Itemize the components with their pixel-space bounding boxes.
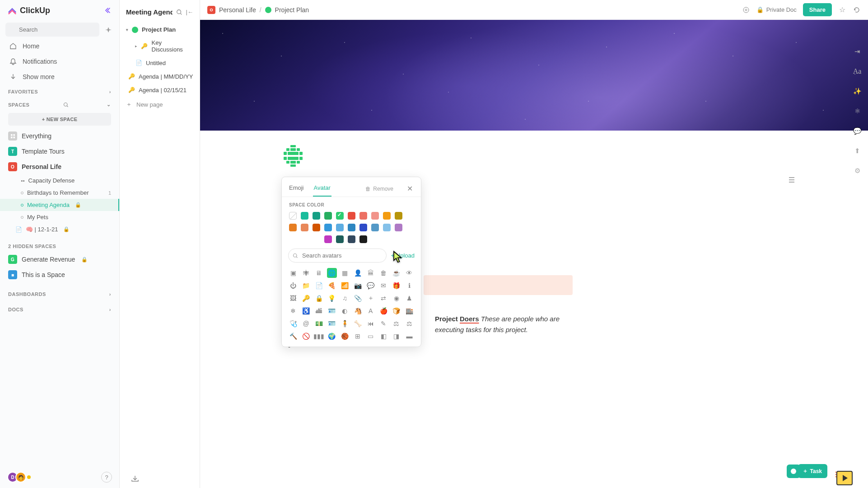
avatar-battery-half[interactable]: ◧ bbox=[378, 331, 388, 341]
avatar-search-input[interactable] bbox=[288, 249, 387, 263]
nav-notifications[interactable]: Notifications bbox=[0, 54, 119, 69]
space-avatar-icon[interactable]: O bbox=[207, 6, 215, 14]
doc-12-1-21[interactable]: 📄 🧠 | 12-1-21 🔒 bbox=[0, 223, 119, 235]
avatar-rewind[interactable]: ⏮ bbox=[366, 319, 376, 328]
avatar-image[interactable]: 🖼 bbox=[288, 293, 298, 303]
body-text[interactable]: Project Doers These are people who are e… bbox=[435, 314, 570, 335]
spaces-header[interactable]: SPACES ⌄ bbox=[0, 97, 119, 110]
folder-capacity-defense[interactable]: ▪▪ Capacity Defense bbox=[0, 174, 119, 187]
color-swatch[interactable] bbox=[383, 224, 391, 231]
color-swatch[interactable] bbox=[336, 224, 344, 231]
avatar-folder[interactable]: 📁 bbox=[301, 281, 311, 291]
star-icon[interactable]: ☆ bbox=[838, 6, 846, 14]
upload-button[interactable]: + Upload bbox=[391, 252, 415, 259]
avatar-info[interactable]: ℹ bbox=[404, 281, 414, 291]
avatar-key[interactable]: 🔑 bbox=[301, 293, 311, 303]
comment-icon[interactable]: 💬 bbox=[853, 127, 862, 136]
search-icon[interactable] bbox=[63, 102, 69, 108]
breadcrumb-space[interactable]: Personal Life bbox=[219, 6, 256, 14]
color-swatch[interactable] bbox=[301, 224, 308, 231]
remove-button[interactable]: 🗑 Remove bbox=[365, 186, 393, 192]
avatar-trash[interactable]: 🗑 bbox=[378, 268, 388, 278]
settings-icon[interactable]: ⚙ bbox=[853, 166, 862, 175]
color-swatch[interactable] bbox=[371, 212, 379, 220]
avatar-balance-alt[interactable]: ⚖ bbox=[404, 319, 414, 328]
avatar-id[interactable]: 🪪 bbox=[327, 306, 337, 316]
avatar-share[interactable]: ⇄ bbox=[378, 293, 388, 303]
avatar-battery-full[interactable]: ▬ bbox=[404, 331, 414, 341]
space-template-tours[interactable]: T Template Tours bbox=[0, 144, 119, 159]
color-swatch[interactable] bbox=[336, 235, 344, 243]
avatar-plus[interactable]: ＋ bbox=[366, 293, 376, 303]
avatar-adjust[interactable]: ◐ bbox=[340, 306, 350, 316]
expand-icon[interactable]: ⇥ bbox=[853, 47, 862, 56]
new-task-button[interactable]: ＋Task bbox=[798, 464, 827, 478]
avatar-stethoscope[interactable]: 🩺 bbox=[288, 319, 298, 328]
magic-icon[interactable]: ✨ bbox=[853, 87, 862, 96]
color-swatch[interactable] bbox=[383, 212, 391, 220]
avatar-paperclip[interactable]: 📎 bbox=[353, 293, 363, 303]
outline-toggle-icon[interactable] bbox=[788, 176, 796, 184]
avatar-lock[interactable]: 🔒 bbox=[314, 293, 324, 303]
doc-icon-button[interactable] bbox=[281, 144, 305, 168]
avatar-file[interactable]: 📄 bbox=[314, 281, 324, 291]
color-swatch[interactable] bbox=[395, 224, 402, 231]
color-swatch[interactable] bbox=[313, 212, 320, 220]
play-button[interactable] bbox=[836, 471, 853, 485]
favorites-header[interactable]: FAVORITES › bbox=[0, 84, 119, 97]
avatar-address-book[interactable]: ▣ bbox=[288, 268, 298, 278]
avatar-apple[interactable]: 🍎 bbox=[378, 306, 388, 316]
hidden-spaces-header[interactable]: 2 HIDDEN SPACES bbox=[0, 235, 119, 252]
avatar-gavel[interactable]: 🔨 bbox=[288, 331, 298, 341]
color-swatch[interactable] bbox=[313, 224, 320, 231]
color-swatch[interactable] bbox=[371, 224, 379, 231]
collapse-sidebar-button[interactable] bbox=[103, 6, 112, 15]
color-swatch[interactable] bbox=[324, 224, 332, 231]
tree-root[interactable]: ▾ Project Plan bbox=[120, 23, 200, 36]
avatar-sitemap[interactable]: ⊞ bbox=[353, 331, 363, 341]
color-swatch[interactable] bbox=[348, 235, 355, 243]
list-meeting-agenda[interactable]: Meeting Agenda 🔒 bbox=[0, 199, 119, 211]
new-space-button[interactable]: + NEW SPACE bbox=[8, 113, 111, 126]
private-doc-button[interactable]: 🔒 Private Doc bbox=[756, 6, 797, 13]
tree-key-discussions[interactable]: ▸ 🔑 Key Discussions bbox=[120, 36, 200, 56]
avatar-globe[interactable]: 🌐 bbox=[327, 268, 337, 278]
avatar-horse[interactable]: 🐴 bbox=[353, 306, 363, 316]
avatar-battery-low[interactable]: ◨ bbox=[392, 331, 401, 341]
avatar-ban[interactable]: 🚫 bbox=[301, 331, 311, 341]
avatar-store[interactable]: 🏬 bbox=[404, 306, 414, 316]
space-everything[interactable]: Everything bbox=[0, 128, 119, 144]
avatar-lightbulb[interactable]: 💡 bbox=[327, 293, 337, 303]
avatar-accessibility[interactable]: ♿ bbox=[301, 306, 311, 316]
avatar-comment[interactable]: 💬 bbox=[366, 281, 376, 291]
color-swatch[interactable] bbox=[324, 235, 332, 243]
help-button[interactable]: ? bbox=[101, 472, 112, 483]
avatar-calendar[interactable]: ▦ bbox=[340, 268, 350, 278]
avatar-bank[interactable]: 🏛 bbox=[366, 268, 376, 278]
avatar-chess[interactable]: ♟ bbox=[404, 293, 414, 303]
list-my-pets[interactable]: My Pets bbox=[0, 211, 119, 223]
avatar-music[interactable]: ♫ bbox=[340, 293, 350, 303]
avatar-pen[interactable]: ✎ bbox=[378, 319, 388, 328]
avatar-bone[interactable]: 🦴 bbox=[353, 319, 363, 328]
space-this-is-a-space[interactable]: ■ This is a Space bbox=[0, 267, 119, 282]
avatar-user-circle[interactable]: ◉ bbox=[392, 293, 401, 303]
avatar-coffee[interactable]: ☕ bbox=[392, 268, 401, 278]
color-swatch[interactable] bbox=[336, 212, 344, 220]
avatar-power[interactable]: ⏻ bbox=[288, 281, 298, 291]
avatar-globe2[interactable]: 🌍 bbox=[327, 331, 337, 341]
color-swatch[interactable] bbox=[289, 224, 297, 231]
avatar-snowflake[interactable]: ❄ bbox=[288, 306, 298, 316]
export-icon[interactable]: ⬆ bbox=[853, 146, 862, 155]
breadcrumb-doc[interactable]: Project Plan bbox=[275, 6, 309, 14]
avatar-basketball[interactable]: 🏀 bbox=[340, 331, 350, 341]
avatar-balance[interactable]: ⚖ bbox=[392, 319, 401, 328]
avatar-envelope[interactable]: ✉ bbox=[378, 281, 388, 291]
color-swatch[interactable] bbox=[359, 235, 367, 243]
color-swatch[interactable] bbox=[395, 212, 402, 220]
dashboards-header[interactable]: DASHBOARDS › bbox=[0, 282, 119, 300]
avatar-eye[interactable]: 👁 bbox=[404, 268, 414, 278]
search-icon[interactable] bbox=[176, 9, 182, 15]
tab-avatar[interactable]: Avatar bbox=[313, 181, 331, 197]
collapse-icon[interactable]: |← bbox=[186, 9, 193, 15]
